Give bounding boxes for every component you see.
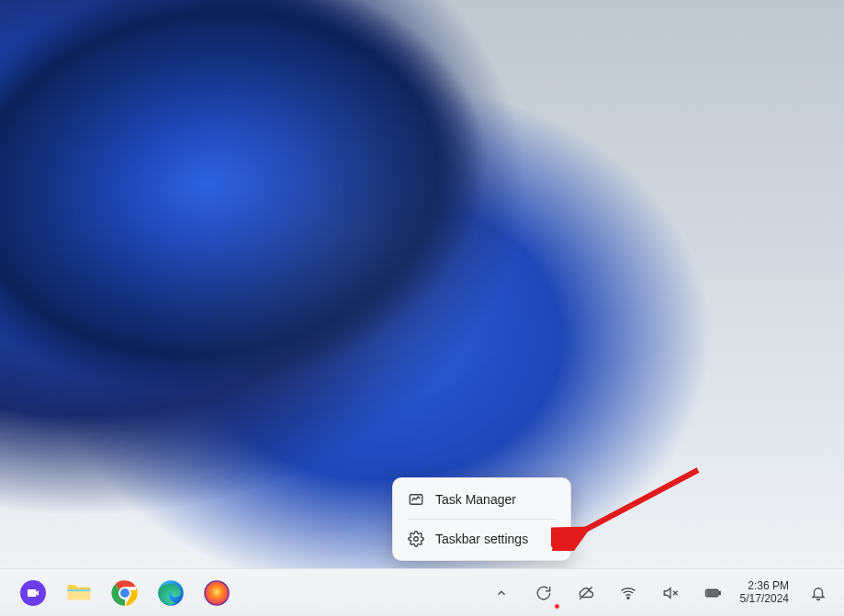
status-dot-icon xyxy=(554,603,560,610)
system-tray: 2:36 PM 5/17/2024 xyxy=(487,578,837,608)
taskbar-app-file-explorer[interactable] xyxy=(64,578,94,608)
tray-onedrive[interactable] xyxy=(571,578,601,608)
tray-notifications[interactable] xyxy=(805,580,831,606)
svg-rect-16 xyxy=(707,590,717,595)
menu-separator xyxy=(408,519,556,520)
gear-icon xyxy=(408,531,424,547)
chevron-up-icon xyxy=(495,587,508,599)
sync-icon xyxy=(535,585,552,601)
taskbar-app-chrome[interactable] xyxy=(110,578,140,608)
svg-marker-11 xyxy=(664,588,670,598)
svg-rect-3 xyxy=(68,589,91,591)
context-item-label: Taskbar settings xyxy=(435,532,528,546)
wallpaper-bloom-graphic xyxy=(0,0,761,616)
edge-icon xyxy=(157,579,185,607)
tray-wifi[interactable] xyxy=(613,578,643,608)
folder-icon xyxy=(65,579,93,607)
taskbar-context-menu: Task Manager Taskbar settings xyxy=(392,477,571,561)
battery-icon xyxy=(704,585,721,601)
taskbar-pinned-apps xyxy=(7,578,231,608)
taskbar-app-chat[interactable] xyxy=(18,578,48,608)
tray-datetime[interactable]: 2:36 PM 5/17/2024 xyxy=(740,580,793,606)
tray-overflow-chevron[interactable] xyxy=(487,578,516,608)
cloud-icon xyxy=(578,585,594,601)
taskbar-app-edge[interactable] xyxy=(156,578,186,608)
firefox-icon xyxy=(203,579,231,607)
bell-icon xyxy=(810,585,827,601)
taskbar: 2:36 PM 5/17/2024 xyxy=(0,568,844,616)
svg-rect-15 xyxy=(718,591,720,594)
taskbar-app-firefox[interactable] xyxy=(202,578,231,608)
clock-time: 2:36 PM xyxy=(740,580,789,593)
task-manager-icon xyxy=(408,491,424,508)
tray-cloud-sync[interactable] xyxy=(529,578,558,608)
volume-muted-icon xyxy=(662,585,679,601)
chat-icon xyxy=(20,580,46,606)
tray-battery[interactable] xyxy=(698,578,727,608)
svg-point-10 xyxy=(627,597,629,599)
tray-volume[interactable] xyxy=(656,578,685,608)
chrome-icon xyxy=(111,579,139,607)
context-item-taskbar-settings[interactable]: Taskbar settings xyxy=(399,523,565,554)
context-item-label: Task Manager xyxy=(435,492,516,507)
wifi-icon xyxy=(620,585,636,601)
context-item-task-manager[interactable]: Task Manager xyxy=(399,484,565,515)
svg-point-1 xyxy=(414,537,419,542)
clock-date: 5/17/2024 xyxy=(740,593,789,606)
